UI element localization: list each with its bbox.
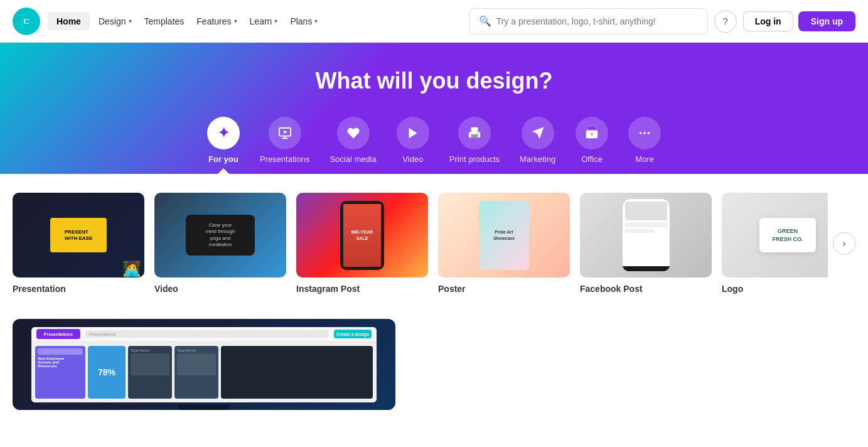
svg-marker-4 (409, 128, 417, 139)
print-products-label: Print products (449, 154, 500, 164)
search-bar: 🔍 (469, 8, 708, 35)
svg-point-9 (591, 133, 593, 136)
poster-thumbnail: Pride ArtShowcase (438, 193, 570, 277)
laptop-preview: Presentations Presentations Create a des… (13, 319, 395, 410)
category-bar: ✦ For you Presentations Social media Vid… (13, 117, 855, 174)
next-arrow-button[interactable]: › (833, 232, 855, 255)
video-label: Video (402, 154, 423, 164)
design-card-presentation[interactable]: PRESENTWITH EASE 🧑‍💻 Presentation (13, 193, 144, 294)
logo-label: Logo (722, 284, 828, 294)
social-media-label: Social media (330, 154, 376, 164)
category-print-products[interactable]: Print products (443, 117, 506, 174)
instagram-label: Instagram Post (296, 284, 428, 294)
learn-chevron-icon: ▾ (274, 18, 277, 24)
design-card-poster[interactable]: Pride ArtShowcase Poster (438, 193, 570, 294)
category-marketing[interactable]: Marketing (513, 117, 562, 174)
svg-marker-3 (284, 130, 287, 134)
design-card-logo[interactable]: GREENFRESH CO. Logo (722, 193, 828, 294)
instagram-thumbnail: MID-YEARSALE (296, 193, 428, 277)
svg-text:C: C (23, 16, 29, 26)
svg-point-7 (478, 133, 479, 134)
features-chevron-icon: ▾ (234, 18, 237, 24)
presentations-label: Presentations (260, 154, 310, 164)
svg-point-12 (648, 132, 650, 134)
design-grid: PRESENTWITH EASE 🧑‍💻 Presentation Clear … (13, 193, 828, 294)
plans-menu[interactable]: Plans ▾ (284, 12, 324, 31)
design-card-facebook[interactable]: Facebook Post (580, 193, 712, 294)
logo-thumbnail: GREENFRESH CO. (722, 193, 828, 277)
svg-rect-6 (471, 134, 478, 138)
design-chevron-icon: ▾ (129, 18, 132, 24)
video-thumbnail: Clear yourmind throughyoga andmeditation (154, 193, 286, 277)
category-for-you[interactable]: ✦ For you (201, 117, 246, 174)
home-button[interactable]: Home (48, 12, 90, 31)
for-you-icon: ✦ (207, 117, 240, 149)
design-menu[interactable]: Design ▾ (92, 12, 138, 31)
social-media-icon (337, 117, 370, 149)
category-social-media[interactable]: Social media (323, 117, 382, 174)
more-label: More (635, 154, 654, 164)
plans-chevron-icon: ▾ (314, 18, 318, 24)
design-section: PRESENTWITH EASE 🧑‍💻 Presentation Clear … (0, 174, 868, 306)
category-more[interactable]: More (622, 117, 667, 174)
canva-logo[interactable]: C (13, 8, 40, 35)
signup-button[interactable]: Sign up (798, 11, 855, 31)
search-input[interactable] (496, 16, 699, 26)
video-icon (397, 117, 429, 149)
presentation-label: Presentation (13, 284, 144, 294)
category-presentations[interactable]: Presentations (254, 117, 316, 174)
presentations-icon (269, 117, 301, 149)
more-icon (628, 117, 661, 149)
svg-rect-5 (471, 127, 478, 132)
design-card-instagram[interactable]: MID-YEARSALE Instagram Post (296, 193, 428, 294)
category-office[interactable]: Office (569, 117, 614, 174)
search-icon: 🔍 (479, 15, 491, 27)
presentation-thumbnail: PRESENTWITH EASE 🧑‍💻 (13, 193, 144, 277)
svg-point-11 (643, 132, 646, 134)
for-you-label: For you (208, 154, 238, 164)
help-button[interactable]: ? (714, 10, 737, 33)
facebook-label: Facebook Post (580, 284, 712, 294)
templates-menu[interactable]: Templates (138, 12, 191, 31)
design-card-video[interactable]: Clear yourmind throughyoga andmeditation… (154, 193, 286, 294)
features-menu[interactable]: Features ▾ (190, 12, 243, 31)
facebook-thumbnail (580, 193, 712, 277)
hero-title: What will you design? (13, 68, 855, 94)
poster-label: Poster (438, 284, 570, 294)
navbar: C Home Design ▾ Templates Features ▾ Lea… (0, 0, 868, 43)
login-button[interactable]: Log in (743, 11, 793, 31)
marketing-icon (522, 117, 554, 149)
hero-banner: What will you design? ✦ For you Presenta… (0, 43, 868, 174)
learn-menu[interactable]: Learn ▾ (244, 12, 284, 31)
office-icon (576, 117, 608, 149)
design-grid-wrapper: PRESENTWITH EASE 🧑‍💻 Presentation Clear … (13, 193, 855, 294)
print-products-icon (458, 117, 491, 149)
bottom-section: Presentations Presentations Create a des… (0, 306, 868, 423)
category-video[interactable]: Video (390, 117, 436, 174)
office-label: Office (581, 154, 603, 164)
marketing-label: Marketing (520, 154, 555, 164)
svg-point-10 (640, 132, 642, 134)
video-label: Video (154, 284, 286, 294)
